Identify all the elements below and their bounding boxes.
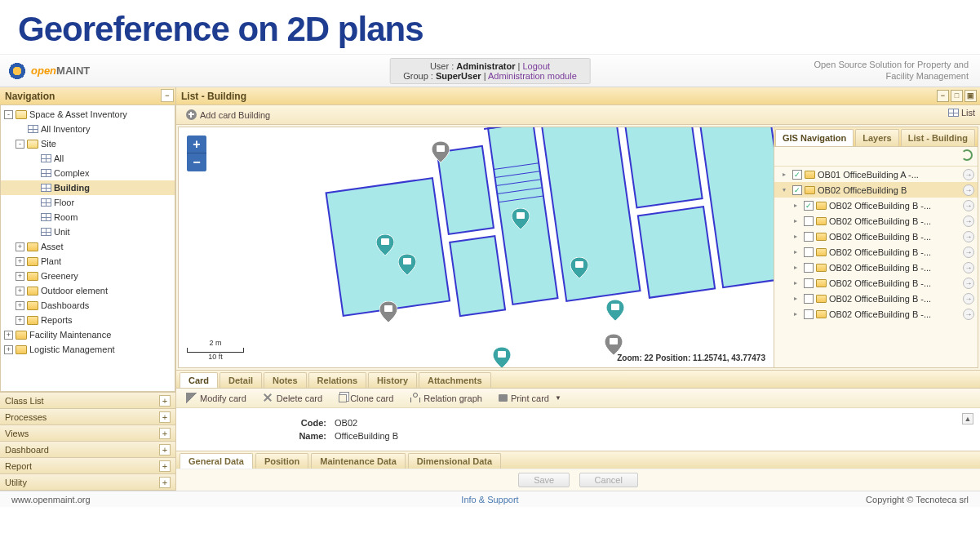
minimize-button[interactable]: −: [937, 90, 949, 102]
accordion-item[interactable]: Dashboard+: [0, 442, 175, 458]
expander-icon[interactable]: +: [4, 345, 13, 354]
save-button[interactable]: Save: [518, 473, 570, 487]
accordion-item[interactable]: Utility+: [0, 474, 175, 491]
collapse-card-button[interactable]: ▲: [962, 413, 973, 424]
pc-marker[interactable]: [512, 208, 530, 229]
goto-icon[interactable]: →: [963, 293, 974, 304]
card-subtab[interactable]: Maintenance Data: [311, 453, 406, 469]
expander-icon[interactable]: ▸: [783, 171, 790, 178]
goto-icon[interactable]: →: [963, 169, 974, 180]
modify-card-button[interactable]: Modify card: [183, 391, 250, 405]
checkbox[interactable]: ✓: [804, 201, 814, 211]
cancel-button[interactable]: Cancel: [579, 473, 638, 487]
expander-icon[interactable]: +: [16, 242, 24, 251]
tree-item[interactable]: Building: [1, 180, 175, 195]
expander-icon[interactable]: ▸: [794, 233, 801, 240]
goto-icon[interactable]: →: [963, 278, 974, 289]
map-canvas[interactable]: + − 2 m 10 ft Zoom: 22 Position: 11.2574…: [179, 127, 774, 367]
detail-tab[interactable]: Notes: [264, 372, 307, 388]
expander-icon[interactable]: ▸: [794, 279, 801, 287]
refresh-icon[interactable]: [961, 149, 973, 161]
card-subtab[interactable]: General Data: [180, 453, 253, 469]
accordion-item[interactable]: Class List+: [0, 393, 175, 409]
goto-icon[interactable]: →: [963, 184, 974, 196]
tree-item[interactable]: All: [1, 151, 175, 166]
checkbox[interactable]: [804, 309, 814, 319]
expander-icon[interactable]: [16, 125, 24, 134]
accordion-item[interactable]: Report+: [0, 458, 175, 474]
card-subtab[interactable]: Position: [255, 453, 308, 469]
gis-tree-item[interactable]: ▸OB02 OfficeBuilding B -...→: [774, 291, 978, 306]
pc-marker[interactable]: [398, 254, 416, 275]
goto-icon[interactable]: →: [963, 247, 974, 258]
expander-icon[interactable]: +: [16, 272, 24, 281]
restore-button[interactable]: □: [951, 90, 963, 102]
expander-icon[interactable]: -: [4, 110, 13, 119]
tree-item[interactable]: +Dashboards: [1, 298, 175, 313]
expander-icon[interactable]: +: [16, 301, 24, 310]
pc-marker[interactable]: [606, 300, 624, 321]
goto-icon[interactable]: →: [963, 200, 974, 211]
logout-link[interactable]: Logout: [522, 61, 550, 71]
expander-icon[interactable]: +: [16, 316, 24, 325]
print-card-button[interactable]: Print card▼: [495, 392, 565, 405]
tree-item[interactable]: +Outdoor element: [1, 283, 175, 298]
checkbox[interactable]: [804, 263, 814, 273]
card-subtab[interactable]: Dimensional Data: [408, 453, 501, 469]
gis-tree-item[interactable]: ▸OB02 OfficeBuilding B -...→: [774, 229, 978, 244]
gis-tab[interactable]: Layers: [855, 129, 898, 146]
add-card-button[interactable]: Add card Building: [183, 108, 273, 122]
gis-tab[interactable]: GIS Navigation: [775, 129, 854, 146]
tree-item[interactable]: Floor: [1, 195, 175, 210]
tree-item[interactable]: +Greenery: [1, 269, 175, 283]
expander-icon[interactable]: ▸: [794, 217, 801, 224]
goto-icon[interactable]: →: [963, 216, 974, 227]
doc-marker[interactable]: [379, 301, 397, 322]
expander-icon[interactable]: [29, 213, 38, 222]
checkbox[interactable]: ✓: [792, 185, 802, 195]
expander-icon[interactable]: ▾: [783, 186, 790, 193]
gis-tree-item[interactable]: ▸✓OB02 OfficeBuilding B -...→: [774, 198, 978, 213]
tree-item[interactable]: Complex: [1, 166, 175, 180]
expander-icon[interactable]: [29, 169, 38, 178]
gis-tree-item[interactable]: ▸✓OB01 OfficeBuilding A -...→: [774, 167, 978, 182]
tree-item[interactable]: +Reports: [1, 313, 175, 327]
gis-tab[interactable]: List - Building: [901, 129, 975, 146]
tree-item[interactable]: +Asset: [1, 239, 175, 254]
tree-item[interactable]: +Facility Maintenance: [1, 327, 175, 342]
expander-icon[interactable]: -: [16, 140, 24, 149]
expander-icon[interactable]: [29, 228, 38, 237]
accordion-item[interactable]: Views+: [0, 425, 175, 442]
zoom-out-button[interactable]: −: [187, 153, 206, 171]
pc-marker[interactable]: [570, 257, 588, 278]
sidebar-collapse-button[interactable]: −: [161, 89, 174, 102]
admin-module-link[interactable]: Administration module: [488, 71, 577, 81]
doc-marker[interactable]: [432, 141, 450, 162]
checkbox[interactable]: [804, 247, 814, 257]
checkbox[interactable]: [804, 278, 814, 288]
goto-icon[interactable]: →: [963, 231, 974, 242]
zoom-in-button[interactable]: +: [187, 136, 206, 153]
checkbox[interactable]: [804, 232, 814, 242]
clone-card-button[interactable]: Clone card: [335, 392, 397, 405]
detail-tab[interactable]: History: [368, 372, 417, 388]
detail-tab[interactable]: Detail: [220, 372, 262, 388]
expander-icon[interactable]: ▸: [794, 310, 801, 318]
expander-icon[interactable]: [29, 184, 38, 193]
gis-tree[interactable]: ▸✓OB01 OfficeBuilding A -...→▾✓OB02 Offi…: [774, 167, 978, 367]
maximize-button[interactable]: ▣: [964, 90, 977, 102]
gis-tree-item[interactable]: ▾✓OB02 OfficeBuilding B→: [774, 182, 978, 198]
delete-card-button[interactable]: Delete card: [259, 391, 326, 405]
tree-item[interactable]: All Inventory: [1, 122, 175, 136]
gis-tree-item[interactable]: ▸OB02 OfficeBuilding B -...→: [774, 244, 978, 260]
expander-icon[interactable]: ▸: [794, 295, 801, 302]
goto-icon[interactable]: →: [963, 262, 974, 273]
gis-tree-item[interactable]: ▸OB02 OfficeBuilding B -...→: [774, 260, 978, 275]
navigation-tree[interactable]: -Space & Asset InventoryAll Inventory-Si…: [0, 105, 175, 392]
checkbox[interactable]: [804, 294, 814, 304]
expander-icon[interactable]: +: [16, 257, 24, 266]
accordion-item[interactable]: Processes+: [0, 409, 175, 425]
checkbox[interactable]: [804, 216, 814, 226]
gis-tree-item[interactable]: ▸OB02 OfficeBuilding B -...→: [774, 213, 978, 229]
detail-tab[interactable]: Relations: [308, 372, 367, 388]
